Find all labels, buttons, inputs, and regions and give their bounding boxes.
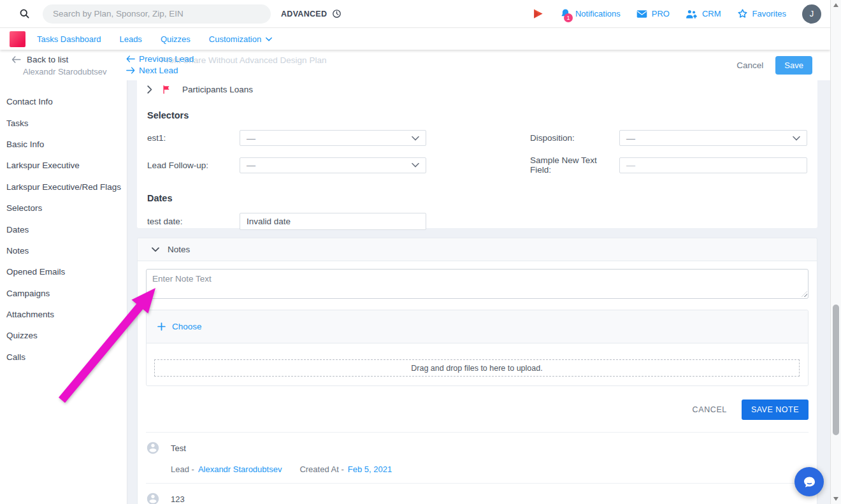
note-text: Test: [171, 443, 186, 453]
back-arrow-icon: [11, 56, 21, 63]
chat-launcher-button[interactable]: [794, 467, 824, 496]
scrollbar-thumb[interactable]: [833, 305, 839, 435]
note-created-date-link[interactable]: Feb 5, 2021: [348, 464, 392, 474]
sidebar-item-tasks[interactable]: Tasks: [0, 112, 127, 133]
scrollbar-up-arrow[interactable]: [833, 3, 838, 7]
top-bar: ADVANCED 1 Notifications PRO: [0, 0, 830, 28]
note-text: 123: [171, 494, 185, 504]
notifications-button[interactable]: 1 Notifications: [560, 8, 621, 19]
clock-icon[interactable]: [332, 9, 341, 18]
nav-quizzes[interactable]: Quizzes: [161, 34, 190, 44]
sidebar-item-selectors[interactable]: Selectors: [0, 198, 127, 219]
main-panel: Participants Loans Selectors est1: — Dis…: [128, 80, 830, 504]
advanced-label: ADVANCED: [281, 10, 327, 18]
note-lead-label: Lead -: [171, 464, 194, 474]
participants-loans-section-toggle[interactable]: Participants Loans: [147, 80, 807, 94]
content-area: Contact Info Tasks Basic Info Larkspur E…: [0, 80, 830, 504]
cancel-note-button[interactable]: CANCEL: [693, 405, 727, 414]
selectors-heading: Selectors: [147, 110, 807, 120]
sidebar-item-campaigns[interactable]: Campaigns: [0, 283, 127, 304]
page-scrollbar[interactable]: [830, 0, 841, 504]
note-author-avatar-icon: [146, 492, 160, 504]
app-logo[interactable]: [10, 31, 25, 47]
sidebar-item-basic-info[interactable]: Basic Info: [0, 134, 127, 155]
bell-icon: 1: [560, 8, 571, 19]
note-created-label: Created At -: [299, 464, 343, 474]
note-item: Test Lead - Alexandr Starodubtsev Create…: [146, 432, 809, 483]
lead-follow-up-select[interactable]: —: [240, 157, 426, 173]
user-avatar[interactable]: J: [802, 4, 821, 24]
chat-bubble-icon: [801, 474, 817, 490]
search-icon[interactable]: [19, 8, 30, 19]
plus-icon: [157, 322, 166, 331]
sidebar-item-opened-emails[interactable]: Opened Emails: [0, 261, 127, 282]
chevron-right-icon: [147, 85, 152, 94]
sidebar-item-larkspur-executive[interactable]: Larkspur Executive: [0, 155, 127, 176]
next-arrow-icon: [126, 67, 135, 74]
chevron-down-icon: [793, 136, 800, 141]
sidebar-item-dates[interactable]: Dates: [0, 219, 127, 240]
est1-label: est1:: [147, 133, 240, 143]
note-item: 123: [146, 483, 809, 504]
sidebar-item-contact-info[interactable]: Contact Info: [0, 91, 127, 112]
section-sidebar: Contact Info Tasks Basic Info Larkspur E…: [0, 80, 127, 504]
lead-follow-up-label: Lead Follow-up:: [147, 161, 240, 170]
prev-arrow-icon: [126, 55, 135, 62]
envelope-icon: [636, 10, 647, 18]
chevron-down-icon: [152, 247, 159, 252]
chevron-down-icon: [266, 37, 272, 41]
est1-select[interactable]: —: [240, 130, 426, 146]
search-input[interactable]: [43, 4, 271, 24]
nav-bar: Tasks Dashboard Leads Quizzes Customizat…: [0, 28, 830, 50]
nav-customization[interactable]: Customization: [209, 34, 272, 44]
note-lead-link[interactable]: Alexandr Starodubtsev: [198, 464, 282, 474]
advanced-search-button[interactable]: ADVANCED: [281, 9, 341, 18]
sidebar-item-larkspur-executive-red-flags[interactable]: Larkspur Executive/Red Flags: [0, 176, 127, 198]
flag-icon: [162, 85, 171, 94]
file-upload-widget: Choose Drag and drop files to here to up…: [146, 310, 809, 386]
chevron-down-icon: [412, 162, 419, 168]
choose-file-button[interactable]: Choose: [157, 322, 202, 331]
sample-new-text-field-input[interactable]: —: [619, 157, 807, 173]
sidebar-item-quizzes[interactable]: Quizzes: [0, 325, 127, 346]
pro-button[interactable]: PRO: [636, 9, 670, 18]
file-dropzone[interactable]: Drag and drop files to here to upload.: [154, 359, 800, 377]
star-icon: [737, 8, 748, 19]
note-text-input[interactable]: [146, 269, 809, 299]
dates-heading: Dates: [147, 193, 807, 203]
fields-card: Participants Loans Selectors est1: — Dis…: [137, 80, 817, 228]
lead-header: Back to list Alexandr Starodubtsev Profi…: [0, 50, 830, 80]
crm-people-icon: [686, 9, 698, 19]
play-icon[interactable]: [532, 8, 544, 20]
sample-new-text-field-label: Sample New Text Field:: [530, 155, 619, 175]
sidebar-item-notes[interactable]: Notes: [0, 240, 127, 261]
notification-badge: 1: [564, 13, 573, 22]
cancel-button[interactable]: Cancel: [737, 61, 763, 70]
notes-heading: Notes: [168, 245, 190, 254]
back-to-list-button[interactable]: Back to list: [11, 55, 68, 64]
nav-tasks-dashboard[interactable]: Tasks Dashboard: [37, 34, 101, 44]
disposition-label: Disposition:: [530, 133, 619, 143]
notes-card: Notes Choose: [137, 238, 817, 504]
test-date-label: test date:: [147, 217, 240, 226]
favorites-button[interactable]: Favorites: [737, 8, 786, 19]
save-button[interactable]: Save: [775, 56, 812, 75]
chevron-down-icon: [412, 136, 419, 141]
topbar-actions: 1 Notifications PRO CRM Favorites J: [532, 4, 830, 24]
save-note-button[interactable]: SAVE NOTE: [742, 400, 809, 420]
disposition-select[interactable]: —: [619, 130, 807, 146]
participants-loans-label: Participants Loans: [182, 85, 253, 94]
sidebar-item-calls[interactable]: Calls: [0, 347, 127, 368]
previous-lead-button[interactable]: Previous Lead: [126, 54, 194, 64]
crm-button[interactable]: CRM: [686, 9, 721, 19]
next-lead-button[interactable]: Next Lead: [126, 66, 178, 75]
note-author-avatar-icon: [146, 441, 160, 455]
scrollbar-down-arrow[interactable]: [833, 497, 838, 501]
lead-name: Alexandr Starodubtsev: [23, 67, 107, 76]
sidebar-item-attachments[interactable]: Attachments: [0, 304, 127, 325]
notes-list: Test Lead - Alexandr Starodubtsev Create…: [146, 432, 809, 504]
notes-section-toggle[interactable]: Notes: [138, 238, 817, 261]
nav-leads[interactable]: Leads: [119, 34, 141, 44]
test-date-input[interactable]: [240, 213, 426, 230]
